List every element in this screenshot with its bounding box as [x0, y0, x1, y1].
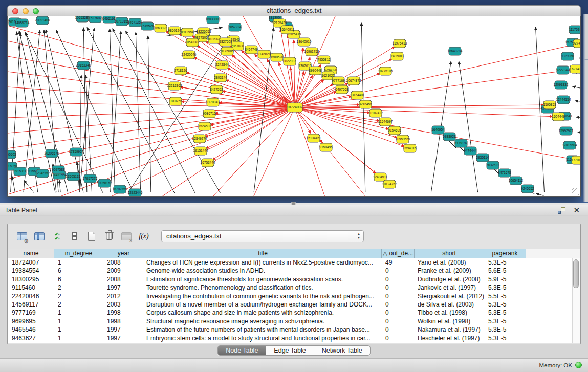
table-cell[interactable]: 18300295: [8, 275, 54, 283]
graph-node-selected[interactable]: 1604449: [552, 113, 565, 121]
graph-node[interactable]: 20206576: [45, 149, 59, 158]
graph-edge[interactable]: [573, 86, 581, 93]
table-cell[interactable]: 0: [382, 317, 415, 325]
graph-node[interactable]: 20891406: [35, 16, 50, 25]
graph-node[interactable]: 10719155: [115, 17, 129, 26]
graph-edge[interactable]: [576, 117, 581, 120]
graph-node[interactable]: 16648784: [448, 47, 463, 55]
graph-edge[interactable]: [8, 107, 295, 179]
graph-edge[interactable]: [231, 55, 291, 104]
table-cell[interactable]: 18724007: [8, 258, 54, 267]
table-cell[interactable]: 2: [54, 292, 103, 300]
graph-edge[interactable]: [148, 36, 151, 192]
graph-node[interactable]: 20153346: [76, 61, 91, 70]
graph-node[interactable]: 12093832: [554, 81, 569, 89]
table-cell[interactable]: 5.3E-5: [484, 325, 526, 334]
table-row[interactable]: 946554611997Estimation of the future num…: [8, 325, 580, 334]
scrollbar-thumb[interactable]: [573, 259, 579, 288]
close-window-button[interactable]: [12, 8, 18, 14]
tab-node-table[interactable]: Node Table: [218, 346, 266, 355]
graph-node[interactable]: 9329966: [561, 52, 574, 60]
table-cell[interactable]: 49: [382, 258, 415, 267]
graph-node[interactable]: 9474444: [464, 147, 477, 155]
graph-node-selected[interactable]: 10674873: [346, 77, 361, 85]
table-cell[interactable]: 5.3E-5: [484, 334, 526, 342]
graph-node-selected[interactable]: 19151444: [193, 147, 208, 155]
graph-node[interactable]: 1527602: [89, 16, 102, 23]
show-column-icon[interactable]: [32, 229, 47, 244]
graph-node-selected[interactable]: 1627434: [570, 65, 581, 73]
graph-node-selected[interactable]: 16753444: [201, 159, 215, 167]
graph-node-selected[interactable]: 8427552: [210, 85, 223, 94]
graph-node-selected[interactable]: 6497568: [335, 85, 349, 94]
minimize-window-button[interactable]: [23, 8, 29, 14]
graph-node-selected[interactable]: 10107427: [368, 109, 383, 117]
table-cell[interactable]: Changes of HCN gene expression and I(f) …: [144, 258, 382, 267]
table-cell[interactable]: 0: [382, 267, 415, 275]
table-cell[interactable]: Embryonic stem cells: a model to study s…: [144, 334, 382, 342]
table-cell[interactable]: Wolkin et al. (1998): [415, 317, 484, 325]
graph-edge[interactable]: [87, 28, 175, 193]
graph-edge[interactable]: [80, 28, 94, 192]
column-header-pagerank[interactable]: pagerank: [484, 249, 526, 258]
table-selector-dropdown[interactable]: citations_edges.txt ▲▼: [161, 230, 364, 242]
table-cell[interactable]: 1: [54, 309, 103, 317]
table-cell[interactable]: Nakamura et al. (1997): [415, 325, 484, 334]
table-cell[interactable]: Tibbo et al. (1998): [415, 309, 484, 317]
table-cell[interactable]: 9463627: [8, 334, 54, 342]
table-cell[interactable]: Hescheler et al. (1997): [415, 334, 484, 342]
graph-node-selected[interactable]: 22420046: [182, 51, 197, 59]
graph-edge[interactable]: [12, 177, 15, 192]
graph-node-selected[interactable]: 1770165: [571, 156, 581, 164]
table-cell[interactable]: 9465546: [8, 325, 54, 334]
graph-node[interactable]: 6179197: [454, 139, 468, 147]
function-builder-icon[interactable]: f(x): [137, 229, 151, 244]
graph-node[interactable]: 17016504: [562, 141, 577, 149]
graph-edge[interactable]: [59, 107, 295, 196]
graph-node-selected[interactable]: 8594915: [403, 144, 417, 152]
graph-node-selected[interactable]: 10543382: [185, 38, 200, 47]
graph-edge[interactable]: [578, 132, 581, 135]
graph-node-selected[interactable]: 9175685: [221, 47, 234, 55]
graph-node-selected[interactable]: 1588520: [270, 53, 284, 61]
graph-edge[interactable]: [136, 32, 140, 192]
graph-node-selected[interactable]: 10959565: [396, 135, 410, 143]
float-panel-icon[interactable]: [558, 207, 565, 214]
graph-edge[interactable]: [161, 107, 295, 196]
column-header-year[interactable]: year: [103, 249, 144, 258]
graph-node[interactable]: 6466161: [102, 16, 116, 23]
graph-node-selected[interactable]: 13164401: [350, 91, 365, 99]
graph-node-selected[interactable]: 9154695: [388, 126, 401, 135]
table-cell[interactable]: Yano et al. (2008): [415, 258, 484, 267]
table-cell[interactable]: 5.5E-5: [484, 292, 526, 300]
window-titlebar[interactable]: citations_edges.txt: [7, 5, 581, 16]
graph-edge[interactable]: [110, 29, 115, 192]
table-row[interactable]: 2242004622012Investigating the contribut…: [8, 292, 580, 300]
table-cell[interactable]: 5.3E-5: [484, 300, 526, 309]
table-cell[interactable]: 1997: [103, 334, 144, 342]
table-row[interactable]: 977716911998Corpus callosum shape and si…: [8, 309, 580, 317]
table-cell[interactable]: 0: [382, 292, 415, 300]
table-cell[interactable]: 5.3E-5: [484, 309, 526, 317]
graph-node[interactable]: 13505135: [66, 172, 81, 181]
graph-edge[interactable]: [206, 110, 291, 149]
graph-node-selected[interactable]: 9274343: [573, 39, 581, 48]
graph-edge[interactable]: [299, 105, 544, 107]
graph-node-selected[interactable]: 9777169: [332, 77, 345, 85]
table-cell[interactable]: 22420046: [8, 292, 54, 300]
table-cell[interactable]: 2: [54, 283, 103, 292]
table-cell[interactable]: 2008: [103, 275, 144, 283]
delete-column-icon[interactable]: [102, 229, 116, 244]
graph-edge[interactable]: [575, 101, 581, 104]
table-cell[interactable]: 19384554: [8, 267, 54, 275]
table-cell[interactable]: 9777169: [8, 309, 54, 317]
graph-node-selected[interactable]: 11975413: [393, 39, 407, 48]
graph-node-selected[interactable]: 1595853: [543, 101, 556, 109]
table-scrollbar[interactable]: [572, 258, 580, 343]
graph-node-selected[interactable]: 1810755: [169, 97, 182, 105]
table-cell[interactable]: 0: [382, 275, 415, 283]
graph-node-selected[interactable]: 18640910: [297, 38, 312, 46]
graph-node[interactable]: 16033809: [206, 16, 221, 24]
graph-edge[interactable]: [536, 193, 544, 195]
graph-node[interactable]: 14055714: [15, 19, 30, 27]
